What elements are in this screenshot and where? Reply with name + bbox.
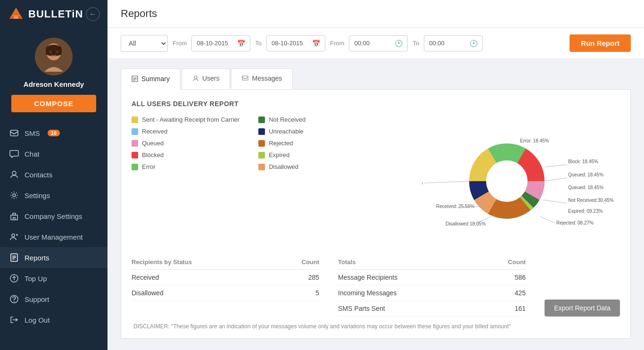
chart-label-block: Block: 18.45% [568,159,598,164]
legend-dot-unreachable [258,128,265,135]
row-msg-recipients-label: Message Recipients [338,274,397,281]
time-to-input[interactable] [429,40,467,47]
date-to-input[interactable] [272,40,309,47]
to-time-label: To [413,40,419,47]
content-area: Summary Users Messages ALL USERS DELIVER… [107,59,644,350]
top-bar: Reports [107,0,644,28]
legend-label-rejected: Rejected [269,140,293,147]
legend-label-unreachable: Unreachable [269,128,304,135]
chart-label-received: Received: 25.56% [436,204,474,209]
tab-summary[interactable]: Summary [121,68,181,90]
row-received-label: Received [132,274,159,281]
legend-item-rejected: Rejected [258,140,305,147]
legend-label-not-received: Not Received [269,116,305,123]
date-from-input[interactable] [197,40,234,47]
svg-point-7 [49,50,52,53]
sidebar-item-company-label: Company Settings [25,212,83,220]
time-from-input[interactable] [354,40,392,47]
legend-dot-not-received [258,117,265,123]
chart-label-queued1: Queued: 18.45% [568,172,603,177]
svg-rect-9 [10,130,18,136]
delivery-title: ALL USERS DELIVERY REPORT [132,100,620,108]
row-msg-recipients-count: 586 [515,274,526,281]
compose-button[interactable]: COMPOSE [11,95,96,112]
legend-dot-rejected [258,140,265,147]
profile-area: Adreson Kennedy COMPOSE [0,28,107,121]
legend-col-1: Sent - Awaiting Receipt from Carrier Rec… [132,116,239,170]
sidebar-item-support[interactable]: Support [0,289,107,309]
recipients-table: Recipients by Status Count Received 285 … [132,255,319,317]
svg-line-24 [544,178,567,181]
logout-icon [9,315,19,325]
legend-dot-error [132,164,138,170]
contacts-icon [9,170,19,179]
totals-col-title: Totals [338,258,355,266]
sidebar-item-users-label: User Management [25,233,83,241]
row-disallowed-count: 5 [315,289,319,297]
chart-label-disallowed: Disallowed 18.05% [446,221,486,226]
tabs-bar: Summary Users Messages [121,68,631,90]
legend-item-received: Received [132,128,239,135]
time-from-field[interactable]: 🕐 [349,35,408,51]
row-incoming-label: Incoming Messages [338,289,397,297]
totals-table-header: Totals Count [338,255,526,270]
legend-dot-expired [258,152,265,158]
legend-item-unreachable: Unreachable [258,128,305,135]
from-time-label: From [330,40,344,47]
row-incoming-count: 425 [515,289,526,297]
sidebar-item-logout-label: Log Out [25,316,50,324]
calendar-to-icon: 📅 [312,40,320,47]
chart-svg: Error: 18.45% Block: 18.45% Queued: 18.4… [422,116,620,243]
legend-col-2: Not Received Unreachable Rejected E [258,116,305,170]
legend-label-sent: Sent - Awaiting Receipt from Carrier [142,116,239,123]
date-to-field[interactable]: 📅 [266,35,325,51]
recipients-col-count: Count [302,258,320,266]
sidebar-item-settings[interactable]: Settings [0,185,107,206]
export-report-button[interactable]: Export Report Data [545,300,620,317]
chart-label-notreceived: Not Received:30.45% [568,198,614,203]
export-btn-wrap: Export Report Data [545,300,620,317]
sidebar-item-company-settings[interactable]: Company Settings [0,206,107,226]
sidebar: BULLETiN ← Adreson Kennedy COMPOSE [0,0,107,350]
sidebar-item-support-label: Support [25,295,50,303]
main-content: Reports All From 📅 To 📅 From 🕐 To 🕐 Run … [107,0,644,350]
sidebar-item-contacts-label: Contacts [25,171,52,179]
clock-from-icon: 🕐 [395,40,403,47]
svg-point-19 [194,76,197,79]
tab-messages[interactable]: Messages [231,68,293,89]
messages-tab-icon [242,75,248,82]
report-panel: ALL USERS DELIVERY REPORT Sent - Awaitin… [121,90,631,339]
time-to-field[interactable]: 🕐 [424,35,483,51]
sidebar-item-reports[interactable]: Reports [0,247,107,268]
disclaimer: DISCLAIMER: "These figures are an indica… [132,323,620,330]
legend-dot-disallowed [258,164,265,170]
reports-icon [9,253,19,262]
svg-point-8 [56,50,58,53]
date-from-field[interactable]: 📅 [191,35,250,51]
sidebar-item-chat[interactable]: Chat [0,143,107,164]
page-title: Reports [121,8,157,19]
summary-icon [132,75,138,82]
sidebar-item-sms-label: SMS [25,129,40,137]
tab-users[interactable]: Users [182,68,231,89]
table-row: SMS Parts Sent 161 [338,301,526,317]
legend-item-expired: Expired [258,151,305,158]
legend-chart-section: Sent - Awaiting Receipt from Carrier Rec… [132,116,620,243]
totals-table: Totals Count Message Recipients 586 Inco… [338,255,526,317]
sidebar-item-top-up[interactable]: Top Up [0,268,107,289]
table-row: Incoming Messages 425 [338,285,526,301]
sidebar-item-sms[interactable]: SMS 10 [0,123,107,143]
sidebar-item-user-management[interactable]: User Management [0,226,107,247]
run-report-button[interactable]: Run Report [570,34,631,52]
back-button[interactable]: ← [86,7,100,21]
tab-summary-label: Summary [141,75,170,83]
recipients-table-header: Recipients by Status Count [132,255,319,270]
totals-col-count: Count [508,258,526,266]
sidebar-item-logout[interactable]: Log Out [0,309,107,330]
sidebar-item-contacts[interactable]: Contacts [0,164,107,185]
chart-label-expired: Expired: 09.23% [568,208,603,214]
sms-icon [9,128,19,138]
table-row: Message Recipients 586 [338,270,526,285]
filter-bar: All From 📅 To 📅 From 🕐 To 🕐 Run Report [107,28,644,59]
filter-type-select[interactable]: All [121,35,168,52]
